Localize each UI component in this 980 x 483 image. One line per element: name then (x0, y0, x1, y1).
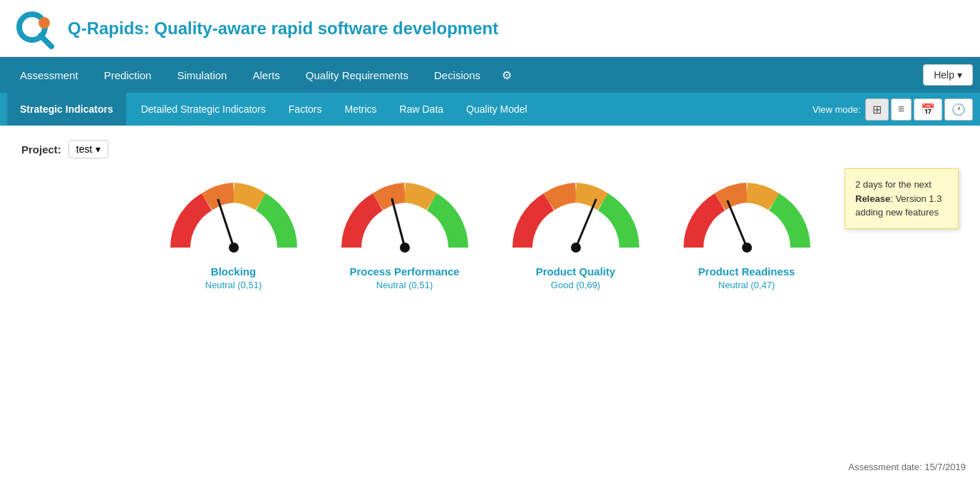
nav-simulation[interactable]: Simulation (164, 59, 239, 91)
sticky-note-text-before: 2 days for the next (855, 179, 932, 190)
gauge-readiness-subtitle: Neutral (0,47) (718, 280, 775, 290)
help-button[interactable]: Help ▾ (923, 64, 973, 86)
nav-quality-requirements[interactable]: Quality Requirements (293, 59, 421, 91)
svg-point-4 (229, 243, 239, 253)
main-nav: Assessment Prediction Simulation Alerts … (0, 57, 980, 93)
gear-icon[interactable]: ⚙ (493, 59, 520, 92)
gauge-process-title: Process Performance (349, 265, 459, 278)
sub-nav-quality-model[interactable]: Quality Model (455, 94, 539, 124)
content-area: Project: test ▾ Blocking Neutral (0, 126, 980, 482)
view-grid-button[interactable]: ⊞ (865, 98, 889, 121)
view-list-button[interactable]: ≡ (891, 98, 912, 121)
gauge-process-subtitle: Neutral (0,51) (376, 280, 433, 290)
nav-prediction[interactable]: Prediction (91, 59, 165, 91)
project-label: Project: (21, 143, 61, 156)
nav-decisions[interactable]: Decisions (421, 59, 493, 91)
gauge-product-quality: Product Quality Good (0,69) (512, 180, 640, 290)
svg-point-2 (38, 17, 50, 29)
help-chevron-icon: ▾ (957, 69, 962, 81)
assessment-date: Assessment date: 15/7/2019 (848, 462, 966, 472)
gauge-readiness-title: Product Readiness (698, 265, 795, 278)
svg-point-6 (400, 243, 410, 253)
sub-nav-detailed[interactable]: Detailed Strategic Indicators (130, 94, 277, 124)
view-mode-label: View mode: (813, 104, 861, 115)
nav-assessment[interactable]: Assessment (7, 59, 91, 91)
svg-line-3 (218, 200, 234, 248)
gauges-row: Blocking Neutral (0,51) Process Performa… (21, 180, 959, 290)
app-header: Q-Rapids: Quality-aware rapid software d… (0, 0, 980, 57)
sticky-note-bold: Release (855, 193, 890, 204)
sub-nav-section-label: Strategic Indicators (7, 93, 126, 126)
svg-line-7 (576, 200, 596, 248)
svg-point-8 (571, 243, 581, 253)
app-title: Q-Rapids: Quality-aware rapid software d… (68, 19, 498, 39)
gauge-quality-subtitle: Good (0,69) (551, 280, 600, 290)
svg-line-1 (41, 36, 51, 46)
dropdown-chevron-icon: ▾ (96, 143, 100, 155)
gauge-process-performance: Process Performance Neutral (0,51) (341, 180, 469, 290)
svg-line-9 (728, 201, 747, 248)
app-logo (14, 7, 57, 50)
gauge-blocking-title: Blocking (211, 265, 256, 278)
sub-nav-factors[interactable]: Factors (277, 94, 334, 124)
sub-nav-rawdata[interactable]: Raw Data (388, 94, 455, 124)
project-dropdown[interactable]: test ▾ (68, 140, 109, 158)
sticky-note: 2 days for the next Release: Version 1.3… (845, 168, 959, 229)
view-mode-buttons: ⊞ ≡ 📅 🕐 (865, 98, 973, 121)
view-calendar-button[interactable]: 📅 (914, 98, 942, 121)
sub-nav: Strategic Indicators Detailed Strategic … (0, 93, 980, 126)
gauge-blocking: Blocking Neutral (0,51) (170, 180, 298, 290)
project-row: Project: test ▾ (21, 140, 959, 158)
sub-nav-metrics[interactable]: Metrics (333, 94, 388, 124)
nav-alerts[interactable]: Alerts (239, 59, 292, 91)
gauge-product-readiness: Product Readiness Neutral (0,47) (683, 180, 811, 290)
svg-line-5 (392, 199, 405, 248)
view-history-button[interactable]: 🕐 (944, 98, 973, 121)
gauge-blocking-subtitle: Neutral (0,51) (205, 280, 262, 290)
svg-point-10 (742, 243, 752, 253)
gauge-quality-title: Product Quality (536, 265, 616, 278)
